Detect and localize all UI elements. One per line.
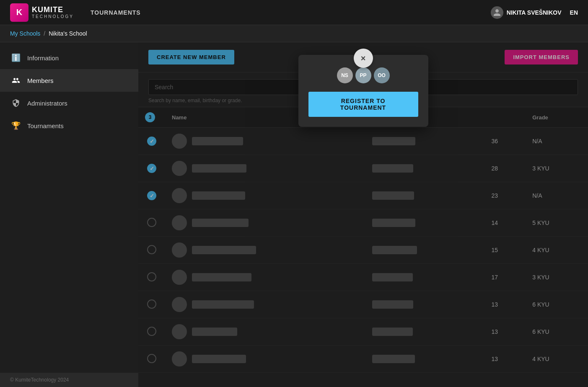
main: ℹ️ Information Members Administrators 🏆 … [0, 42, 588, 387]
sidebar-bg-decoration [0, 237, 117, 362]
sidebar: ℹ️ Information Members Administrators 🏆 … [0, 42, 138, 387]
admin-icon [11, 98, 21, 108]
content: CREATE NEW MEMBER IMPORT MEMBERS Search … [138, 42, 588, 387]
logo-k: K [16, 8, 22, 17]
sidebar-label-tournaments: Tournaments [27, 122, 64, 129]
breadcrumb-separator: / [44, 30, 45, 37]
sidebar-item-administrators[interactable]: Administrators [0, 92, 138, 114]
selected-avatars-row: NS PP OO [337, 67, 390, 83]
nav-tournaments[interactable]: TOURNAMENTS [91, 9, 141, 16]
avatar-oo: OO [374, 67, 390, 83]
lang-selector[interactable]: EN [570, 9, 578, 16]
header-left: K KUMITE TECHNOLOGY TOURNAMENTS [10, 3, 141, 22]
header-right: NIKITA SVEŠNIKOV EN [491, 6, 578, 19]
members-icon [11, 76, 21, 85]
sidebar-item-tournaments[interactable]: 🏆 Tournaments [0, 114, 138, 137]
sidebar-label-information: Information [27, 54, 59, 62]
avatar-pp: PP [355, 67, 371, 83]
logo[interactable]: K KUMITE TECHNOLOGY [10, 3, 74, 22]
sidebar-item-information[interactable]: ℹ️ Information [0, 46, 138, 69]
user-info[interactable]: NIKITA SVEŠNIKOV [491, 6, 562, 19]
sidebar-label-administrators: Administrators [27, 100, 67, 107]
footer-text: © KumiteTechnology 2024 [10, 377, 69, 383]
logo-text-block: KUMITE TECHNOLOGY [32, 6, 74, 19]
sidebar-label-members: Members [27, 77, 54, 84]
user-avatar-icon [491, 6, 503, 19]
popup-overlay: × NS PP OO REGISTER TO TOURNAMENT [138, 42, 588, 387]
logo-name: KUMITE [32, 6, 74, 14]
tournaments-icon: 🏆 [11, 121, 21, 130]
user-name: NIKITA SVEŠNIKOV [507, 9, 562, 16]
logo-icon: K [10, 3, 28, 22]
popup-close-button[interactable]: × [354, 49, 373, 68]
logo-sub: TECHNOLOGY [32, 14, 74, 19]
register-popup: × NS PP OO REGISTER TO TOURNAMENT [298, 55, 428, 127]
breadcrumb: My Schools / Nikita's School [0, 25, 588, 42]
avatar-ns: NS [337, 67, 353, 83]
breadcrumb-link[interactable]: My Schools [10, 30, 40, 37]
header: K KUMITE TECHNOLOGY TOURNAMENTS NIKITA S… [0, 0, 588, 25]
info-icon: ℹ️ [11, 53, 21, 62]
sidebar-item-members[interactable]: Members [0, 69, 138, 92]
register-to-tournament-button[interactable]: REGISTER TO TOURNAMENT [308, 92, 418, 117]
breadcrumb-current: Nikita's School [49, 30, 87, 37]
